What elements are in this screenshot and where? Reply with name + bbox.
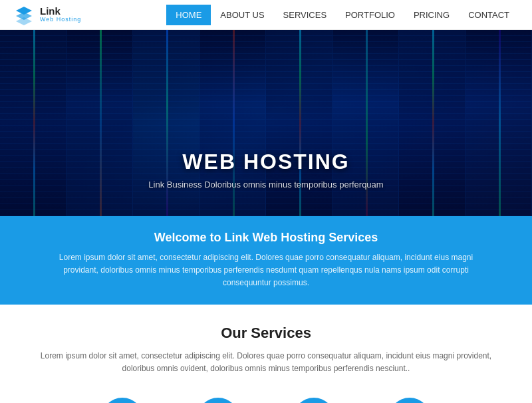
service-grid-circle[interactable] [293,398,335,403]
nav: HOME ABOUT US SERVICES PORTFOLIO PRICING… [166,5,519,25]
logo-icon [13,4,35,25]
service-grid [293,398,335,403]
hero-title: WEB HOSTING [0,150,532,174]
service-cloud [101,398,144,403]
services-section: Our Services Lorem ipsum dolor sit amet,… [0,305,532,403]
service-tools [197,398,239,403]
nav-portfolio[interactable]: PORTFOLIO [336,5,404,25]
nav-contact[interactable]: CONTACT [459,5,519,25]
services-title: Our Services [27,325,505,342]
service-trophy [388,398,431,403]
services-text: Lorem ipsum dolor sit amet, consectetur … [33,350,499,375]
logo: Link Web Hosting [13,4,81,25]
nav-pricing[interactable]: PRICING [404,5,459,25]
service-trophy-circle[interactable] [388,398,431,403]
blue-band: Welcome to Link Web Hosting Services Lor… [0,216,532,305]
header: Link Web Hosting HOME ABOUT US SERVICES … [0,0,532,30]
nav-about[interactable]: ABOUT US [211,5,273,25]
hero-subtitle: Link Business Doloribus omnis minus temp… [0,180,532,190]
services-icons [27,391,505,403]
blue-band-text: Lorem ipsum dolor sit amet, consectetur … [47,251,485,290]
logo-name: Link [40,6,81,17]
svg-marker-2 [16,17,32,25]
blue-band-title: Welcome to Link Web Hosting Services [40,231,492,245]
service-tools-circle[interactable] [197,398,239,403]
hero-content: WEB HOSTING Link Business Doloribus omni… [0,150,532,190]
nav-home[interactable]: HOME [166,5,211,25]
logo-subtitle: Web Hosting [40,17,81,23]
hero-section: WEB HOSTING Link Business Doloribus omni… [0,30,532,216]
logo-text: Link Web Hosting [40,6,81,23]
service-cloud-circle[interactable] [101,398,144,403]
nav-services[interactable]: SERVICES [274,5,336,25]
